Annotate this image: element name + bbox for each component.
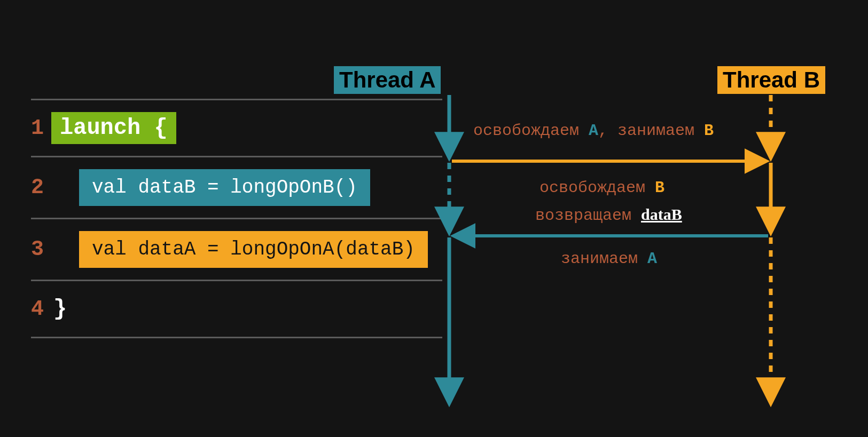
code-row-4: 4 } — [31, 281, 442, 337]
line-number: 3 — [31, 237, 58, 261]
annot-return-datab: возвращаем dataB — [535, 205, 682, 225]
closing-brace: } — [53, 296, 67, 322]
code-orange-box: val dataA = longOpOnA(dataB) — [79, 231, 428, 268]
launch-box: launch { — [51, 112, 176, 144]
code-teal-box: val dataB = longOpOnB() — [79, 169, 370, 206]
divider — [31, 337, 442, 338]
annot-release-a-acquire-b: освобождаем A, занимаем B — [473, 122, 714, 140]
line-number: 2 — [31, 176, 58, 200]
code-row-3: 3 val dataA = longOpOnA(dataB) — [31, 219, 442, 280]
annot-acquire-a: занимаем A — [561, 250, 657, 268]
code-row-2: 2 val dataB = longOpOnB() — [31, 157, 442, 218]
code-block: 1 launch { 2 val dataB = longOpOnB() 3 v… — [31, 99, 442, 338]
thread-b-label: Thread B — [717, 66, 825, 94]
annot-release-b: освобождаем B — [539, 179, 664, 197]
code-row-1: 1 launch { — [31, 100, 442, 156]
thread-a-label: Thread A — [334, 66, 441, 94]
